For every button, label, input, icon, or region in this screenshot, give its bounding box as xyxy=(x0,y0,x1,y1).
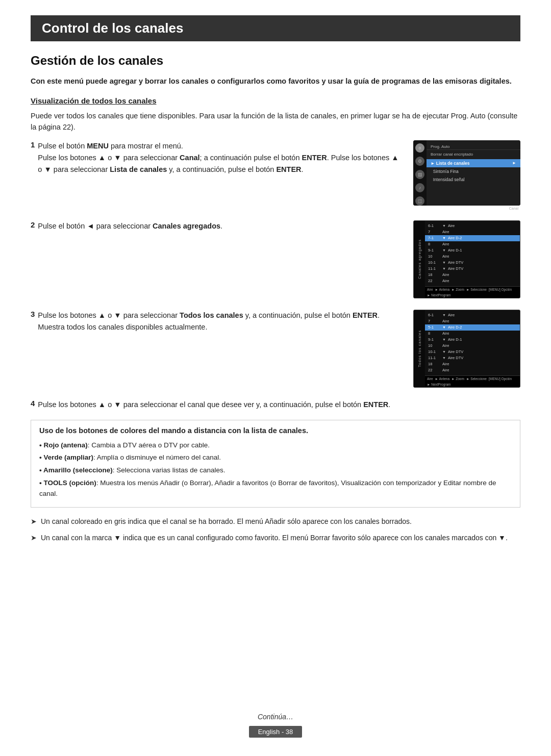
color-code-item-red: • Rojo (antena): Cambia a DTV aérea o DT… xyxy=(39,440,512,451)
ch-screen1-inner: Canales agregados 6-1▼Aire 7Aire 7-1▼Air… xyxy=(414,221,520,298)
step4-left: 4 Pulse los botones ▲ o ▼ para seleccion… xyxy=(31,399,408,411)
ch-bottom-text-1: Aire xyxy=(427,288,433,291)
menu-content: Prog. Auto Borrar canal encriptado ► Lis… xyxy=(427,140,520,206)
note-text-1: Un canal coloreado en gris indica que el… xyxy=(41,516,520,527)
color-codes-title: Uso de los botones de colores del mando … xyxy=(39,426,512,435)
menu-screen: ○ ⚙ ▨ ♪ ◫ Prog. Auto Borrar canal encrip… xyxy=(408,140,520,210)
ch-row: 6-1▼Aire xyxy=(425,223,520,229)
color-code-list: • Rojo (antena): Cambia a DTV aérea o DT… xyxy=(39,440,512,499)
page-footer: Continúa… English - 38 xyxy=(0,713,551,738)
ch-bottom-sel-2: ► Seleccione xyxy=(466,377,487,381)
ch-bottom-bar-1: Aire ► Antena ► Zoom ► Seleccione [MENU]… xyxy=(425,286,520,298)
step1-row: 1 Pulse el botón MENU para mostrar el me… xyxy=(31,140,400,176)
ch-row: 10-1▼Aire DTV xyxy=(425,349,520,355)
note-arrow-2: ➤ xyxy=(31,532,37,543)
ch-list-wrapper-1: 6-1▼Aire 7Aire 7-1▼Aire D-2 8Aire 9-1▼Ai… xyxy=(425,221,520,298)
step3-left: 3 Pulse los botones ▲ o ▼ para seleccion… xyxy=(31,310,408,333)
ch-bottom-next-1: ► NextProgram xyxy=(427,293,451,297)
ch-row-highlighted: 5-1▼Aire D-2 xyxy=(425,324,520,331)
step1-number: 1 xyxy=(31,140,35,149)
screen1-label: Canal xyxy=(408,207,520,210)
menu-icon-picture: ▨ xyxy=(415,170,424,179)
ch-row: 22Aire xyxy=(425,278,520,284)
ch-list-wrapper-2: 6-1▼Aire 7Aire 5-1▼Aire D-2 8Aire 9-1▼Ai… xyxy=(425,310,520,387)
ch-row: 11-1▼Aire DTV xyxy=(425,266,520,272)
intro-bold: Con este menú puede agregar y borrar los… xyxy=(31,76,520,87)
channel-screen-1: Canales agregados 6-1▼Aire 7Aire 7-1▼Air… xyxy=(408,220,520,298)
ch-bottom-menu-2: [MENU] Opción xyxy=(489,377,512,381)
step4-row: 4 Pulse los botones ▲ o ▼ para seleccion… xyxy=(31,399,520,411)
note-item-1: ➤ Un canal coloreado en gris indica que … xyxy=(31,516,520,527)
ch-row: 18Aire xyxy=(425,272,520,278)
menu-prog-auto: Prog. Auto xyxy=(427,143,520,150)
step2-inline: 2 Pulse el botón ◄ para seleccionar Cana… xyxy=(31,220,403,232)
note-text-2: Un canal con la marca ▼ indica que es un… xyxy=(41,532,520,543)
page-title: Control de los canales xyxy=(42,20,509,36)
step3-row: 3 Pulse los botones ▲ o ▼ para seleccion… xyxy=(31,310,520,388)
step2-left: 2 Pulse el botón ◄ para seleccionar Cana… xyxy=(31,220,408,232)
ch-left-bar-2: Todos los canales xyxy=(414,310,425,387)
menu-item-sintonia: Sintonía Fina xyxy=(427,167,520,175)
ch-row: 6-1▼Aire xyxy=(425,312,520,318)
ch-row: 10-1▼Aire DTV xyxy=(425,260,520,266)
ch-bottom-menu-1: [MENU] Opción xyxy=(489,288,512,291)
ch-row: 10Aire xyxy=(425,343,520,349)
notes-section: ➤ Un canal coloreado en gris indica que … xyxy=(31,516,520,544)
menu-icon-settings: ⚙ xyxy=(415,157,424,166)
tv-channel-screen-2: Todos los canales 6-1▼Aire 7Aire 5-1▼Air… xyxy=(413,310,520,388)
ch-row: 7Aire xyxy=(425,318,520,324)
continua-text: Continúa… xyxy=(258,713,293,721)
ch-bottom-bar-2: Aire ► Antena ► Zoom ► Seleccione [MENU]… xyxy=(425,375,520,387)
page-container: Control de los canales Gestión de los ca… xyxy=(0,0,551,756)
tv-channel-screen-1: Canales agregados 6-1▼Aire 7Aire 7-1▼Air… xyxy=(413,220,520,298)
step1-area: 1 Pulse el botón MENU para mostrar el me… xyxy=(31,140,520,210)
step2-row: 2 Pulse el botón ◄ para seleccionar Cana… xyxy=(31,220,520,298)
menu-icon-info: ◫ xyxy=(415,196,424,206)
ch-row: 22Aire xyxy=(425,367,520,373)
ch-screen2-inner: Todos los canales 6-1▼Aire 7Aire 5-1▼Air… xyxy=(414,310,520,387)
step3-body: Pulse los botones ▲ o ▼ para seleccionar… xyxy=(38,310,403,333)
color-code-item-yellow: • Amarillo (seleccione): Selecciona vari… xyxy=(39,465,512,476)
ch-left-bar-1: Canales agregados xyxy=(414,221,425,298)
ch-sidebar-label-2: Todos los canales xyxy=(418,330,421,367)
ch-row-highlighted: 7-1▼Aire D-2 xyxy=(425,235,520,241)
step4-text: Pulse los botones ▲ o ▼ para seleccionar… xyxy=(38,400,390,409)
ch-row: 9-1▼Aire D-1 xyxy=(425,247,520,254)
note-item-2: ➤ Un canal con la marca ▼ indica que es … xyxy=(31,532,520,543)
ch-bottom-next-2: ► NextProgram xyxy=(427,383,451,386)
page-number-badge: English - 38 xyxy=(249,726,303,738)
ch-row: 7Aire xyxy=(425,229,520,235)
step4-body: Pulse los botones ▲ o ▼ para seleccionar… xyxy=(38,399,403,411)
menu-icon-search: ○ xyxy=(415,143,424,153)
step1-body: Pulse el botón MENU para mostrar el menú… xyxy=(38,140,400,176)
step3-number: 3 xyxy=(31,310,35,318)
ch-bottom-antena-2: ► Antena xyxy=(435,377,449,381)
menu-sidebar: ○ ⚙ ▨ ♪ ◫ xyxy=(413,140,427,206)
color-code-item-tools: • TOOLS (opción): Muestra los menús Añad… xyxy=(39,477,512,499)
step3-text: Pulse los botones ▲ o ▼ para seleccionar… xyxy=(38,311,380,331)
ch-sidebar-label-1: Canales agregados xyxy=(418,239,421,279)
intro-text: Puede ver todos los canales que tiene di… xyxy=(31,110,520,133)
ch-row: 8Aire xyxy=(425,241,520,247)
ch-list-area-2: 6-1▼Aire 7Aire 5-1▼Aire D-2 8Aire 9-1▼Ai… xyxy=(425,310,520,375)
channel-screen-2: Todos los canales 6-1▼Aire 7Aire 5-1▼Air… xyxy=(408,310,520,388)
section-heading: Gestión de los canales xyxy=(31,54,520,68)
ch-bottom-antena-1: ► Antena xyxy=(435,288,449,291)
step4-number: 4 xyxy=(31,399,35,408)
ch-bottom-sel-1: ► Seleccione xyxy=(466,288,487,291)
ch-bottom-text-2: Aire xyxy=(427,377,433,381)
ch-bottom-zoom-1: ► Zoom xyxy=(452,288,464,291)
step4-inline: 4 Pulse los botones ▲ o ▼ para seleccion… xyxy=(31,399,403,411)
menu-icon-sound: ♪ xyxy=(415,183,424,192)
step2-text: Pulse el botón ◄ para seleccionar Canale… xyxy=(38,222,222,230)
menu-item-lista: ► Lista de canales ► xyxy=(427,159,520,167)
color-code-item-green: • Verde (ampliar): Amplía o disminuye el… xyxy=(39,452,512,463)
ch-bottom-zoom-2: ► Zoom xyxy=(452,377,464,381)
ch-row: 18Aire xyxy=(425,361,520,367)
ch-row: 8Aire xyxy=(425,331,520,337)
step1-left: 1 Pulse el botón MENU para mostrar el me… xyxy=(31,140,408,210)
menu-item-intensidad: Intensidad señal xyxy=(427,175,520,184)
title-bar: Control de los canales xyxy=(31,15,520,41)
step3-inline: 3 Pulse los botones ▲ o ▼ para seleccion… xyxy=(31,310,403,333)
step2-body: Pulse el botón ◄ para seleccionar Canale… xyxy=(38,220,403,232)
